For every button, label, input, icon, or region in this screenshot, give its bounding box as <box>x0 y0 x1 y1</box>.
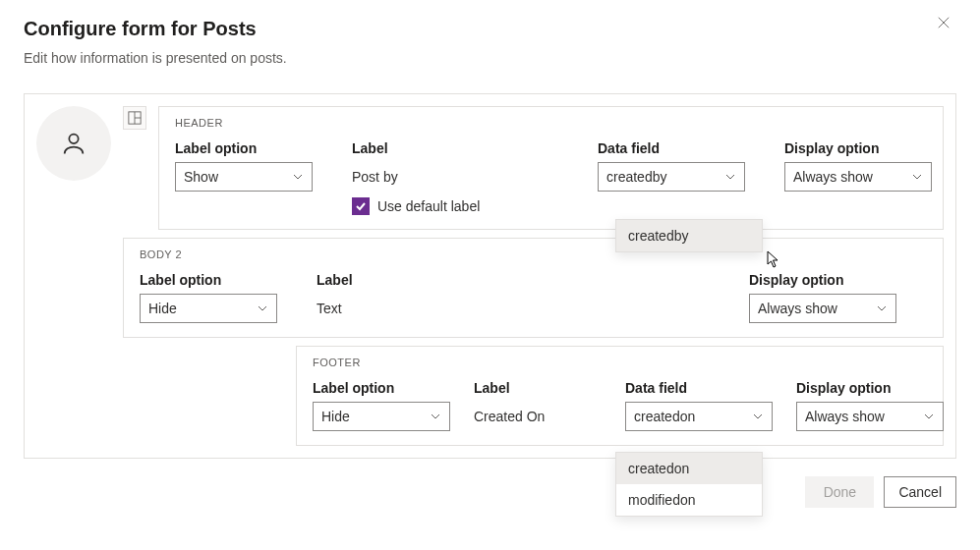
use-default-label-checkbox[interactable]: Use default label <box>352 197 578 215</box>
body2-display-value: Always show <box>758 301 837 316</box>
header-datafield-flyout: createdby <box>615 219 763 252</box>
footer-labeloption-select[interactable]: Hide <box>313 402 450 431</box>
header-display-label: Display option <box>784 140 932 156</box>
footer-labeloption-label: Label option <box>313 380 460 396</box>
chevron-down-icon <box>752 411 764 422</box>
body2-labeloption-value: Hide <box>148 301 177 316</box>
chevron-down-icon <box>724 171 736 183</box>
body2-labeloption-select[interactable]: Hide <box>140 294 277 323</box>
footer-datafield-col: Data field createdon <box>625 380 782 431</box>
chevron-down-icon <box>292 171 304 183</box>
body2-label-col: Label Text <box>317 272 543 323</box>
chevron-down-icon <box>430 411 441 422</box>
footer-labeloption-value: Hide <box>321 409 350 424</box>
section-header: HEADER Label option Show Label Post by <box>158 106 944 230</box>
footer-display-value: Always show <box>805 409 885 424</box>
body2-display-col: Display option Always show <box>749 272 896 323</box>
use-default-label-text: Use default label <box>377 198 480 214</box>
header-labeloption-label: Label option <box>175 140 332 156</box>
footer-display-col: Display option Always show <box>796 380 944 431</box>
chevron-down-icon <box>923 411 935 422</box>
section-title-footer: FOOTER <box>313 357 927 368</box>
footer-label-label: Label <box>474 380 611 396</box>
flyout-option-createdby[interactable]: createdby <box>616 220 762 251</box>
dialog-actions: Done Cancel <box>24 476 956 508</box>
header-display-value: Always show <box>793 169 873 185</box>
body2-labeloption-col: Label option Hide <box>140 272 297 323</box>
header-display-select[interactable]: Always show <box>784 162 932 192</box>
body2-display-select[interactable]: Always show <box>749 294 896 323</box>
flyout-option-modifiedon[interactable]: modifiedon <box>616 484 762 516</box>
section-title-body2: BODY 2 <box>140 248 927 260</box>
footer-label-value: Created On <box>474 402 611 431</box>
chevron-down-icon <box>876 302 888 314</box>
section-footer: FOOTER Label option Hide Label Created O… <box>296 346 944 446</box>
header-label-col: Label Post by Use default label <box>352 140 578 215</box>
footer-display-label: Display option <box>796 380 944 396</box>
avatar-placeholder <box>36 106 111 181</box>
configure-form-dialog: Configure form for Posts Edit how inform… <box>0 0 980 527</box>
header-label-value: Post by <box>352 162 578 192</box>
page-subtitle: Edit how information is presented on pos… <box>24 50 956 66</box>
close-icon[interactable] <box>937 16 956 35</box>
header-datafield-select[interactable]: createdby <box>598 162 745 192</box>
footer-datafield-select[interactable]: createdon <box>625 402 773 431</box>
footer-datafield-value: createdon <box>634 409 695 424</box>
flyout-option-createdon[interactable]: createdon <box>616 453 762 484</box>
body2-display-label: Display option <box>749 272 896 288</box>
header-labeloption-select[interactable]: Show <box>175 162 313 192</box>
footer-display-select[interactable]: Always show <box>796 402 944 431</box>
header-row: HEADER Label option Show Label Post by <box>36 106 944 230</box>
done-button[interactable]: Done <box>805 476 874 508</box>
section-body2: BODY 2 Label option Hide Label Text Disp… <box>123 238 944 338</box>
header-label-label: Label <box>352 140 578 156</box>
chevron-down-icon <box>257 302 268 314</box>
layout-icon[interactable] <box>123 106 146 130</box>
cancel-button[interactable]: Cancel <box>884 476 956 508</box>
header-labeloption-value: Show <box>184 169 218 185</box>
section-title-header: HEADER <box>175 117 927 129</box>
footer-datafield-label: Data field <box>625 380 782 396</box>
footer-labeloption-col: Label option Hide <box>313 380 460 431</box>
header-display-col: Display option Always show <box>784 140 932 192</box>
header-datafield-col: Data field createdby <box>598 140 765 192</box>
svg-point-2 <box>69 135 78 143</box>
chevron-down-icon <box>911 171 923 183</box>
footer-datafield-flyout: createdon modifiedon <box>615 452 763 517</box>
header-labeloption-col: Label option Show <box>175 140 332 192</box>
body2-labeloption-label: Label option <box>140 272 297 288</box>
form-preview-container: HEADER Label option Show Label Post by <box>24 93 956 459</box>
page-title: Configure form for Posts <box>24 18 956 40</box>
header-datafield-value: createdby <box>606 169 666 185</box>
header-datafield-label: Data field <box>598 140 765 156</box>
footer-label-col: Label Created On <box>474 380 611 431</box>
body2-label-value: Text <box>317 294 543 323</box>
checkbox-checked-icon <box>352 197 370 215</box>
body2-label-label: Label <box>317 272 543 288</box>
